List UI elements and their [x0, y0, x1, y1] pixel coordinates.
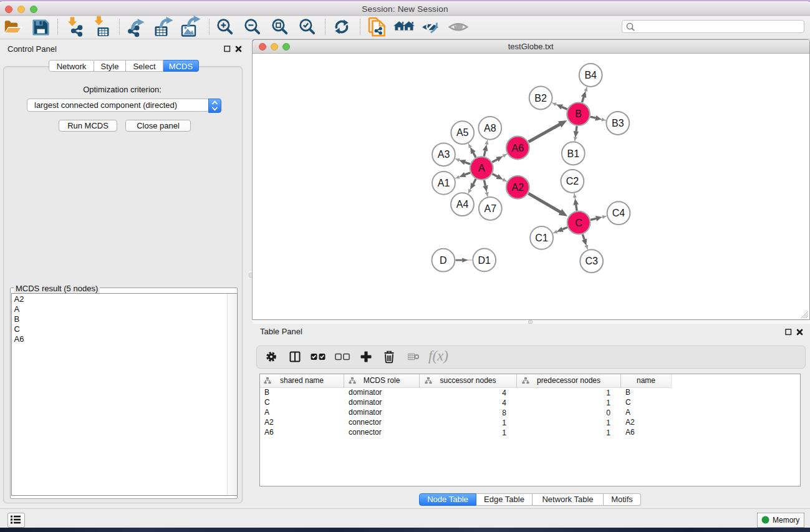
svg-text:C: C	[575, 218, 582, 228]
svg-text:C4: C4	[612, 208, 625, 218]
svg-text:A1: A1	[437, 178, 450, 188]
svg-text:B: B	[575, 109, 582, 119]
svg-text:A: A	[478, 163, 485, 173]
svg-text:A7: A7	[484, 203, 496, 214]
svg-text:A5: A5	[456, 127, 468, 138]
svg-text:A4: A4	[456, 199, 468, 210]
svg-text:D1: D1	[478, 255, 491, 266]
svg-text:D: D	[440, 255, 447, 266]
svg-text:B1: B1	[567, 148, 579, 159]
svg-text:C3: C3	[585, 256, 598, 266]
svg-text:A3: A3	[437, 149, 450, 160]
svg-text:B2: B2	[534, 93, 547, 104]
svg-text:A2: A2	[511, 182, 524, 193]
svg-text:A6: A6	[511, 143, 524, 153]
svg-text:C2: C2	[566, 176, 579, 186]
svg-text:C1: C1	[535, 233, 548, 243]
svg-text:B4: B4	[584, 70, 597, 80]
svg-text:B3: B3	[612, 118, 624, 128]
svg-text:A8: A8	[484, 123, 496, 133]
